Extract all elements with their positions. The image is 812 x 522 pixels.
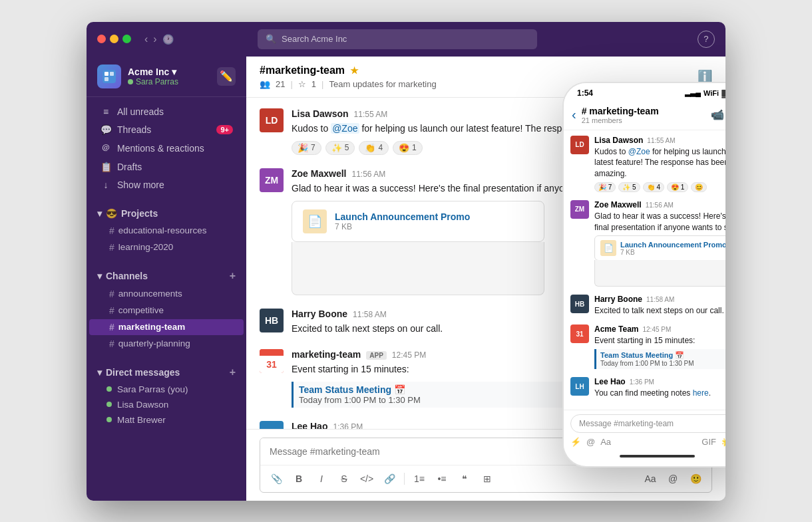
- phone-text-icon[interactable]: Aa: [600, 437, 611, 447]
- sidebar-item-threads[interactable]: 💬 Threads 9+: [89, 121, 244, 138]
- phone-input-box[interactable]: Message #marketing-team: [570, 414, 725, 433]
- add-channel-button[interactable]: +: [230, 270, 236, 282]
- sidebar-item-mentions[interactable]: ＠ Mentions & reactions: [89, 139, 244, 158]
- code-button[interactable]: </>: [357, 469, 376, 488]
- link-button[interactable]: 🔗: [380, 469, 399, 488]
- phone-msg-header: Acme Team 12:45 PM: [594, 325, 725, 334]
- back-button[interactable]: ‹: [144, 33, 148, 45]
- strikethrough-button[interactable]: S: [335, 469, 353, 488]
- traffic-lights: [97, 35, 131, 43]
- search-bar[interactable]: 🔍 Search Acme Inc: [258, 29, 537, 49]
- sidebar-item-show-more[interactable]: ↓ Show more: [89, 176, 244, 194]
- channel-item-learning[interactable]: # learning-2020: [89, 239, 244, 255]
- file-attachment: 📄 Launch Announcement Promo 7 KB: [292, 201, 544, 295]
- video-icon[interactable]: 📹: [711, 108, 724, 121]
- mention-button[interactable]: @: [664, 469, 682, 488]
- channel-item-educational[interactable]: # educational-resources: [89, 223, 244, 239]
- more-options-button[interactable]: ⊞: [478, 469, 497, 488]
- numbered-list-button[interactable]: 1≡: [410, 469, 429, 488]
- quote-button[interactable]: ❝: [455, 469, 474, 488]
- phone-msg-time: 12:45 PM: [642, 326, 671, 333]
- projects-header[interactable]: ▾ 😎 Projects: [87, 205, 246, 222]
- channels-header[interactable]: ▾ Channels +: [87, 267, 246, 285]
- minimize-button[interactable]: [110, 35, 118, 43]
- phone-reaction[interactable]: 😊: [691, 182, 707, 192]
- reaction[interactable]: ✨5: [325, 141, 355, 155]
- channel-item-quarterly[interactable]: # quarterly-planning: [89, 336, 244, 352]
- forward-button[interactable]: ›: [153, 33, 156, 45]
- bullet-list-button[interactable]: •≡: [433, 469, 451, 488]
- dm-item-sara[interactable]: Sara Parras (you): [87, 382, 246, 397]
- emoji-button[interactable]: 🙂: [686, 469, 705, 488]
- hash-icon: #: [109, 289, 114, 299]
- dm-item-matt[interactable]: Matt Brewer: [87, 412, 246, 428]
- channel-item-competitive[interactable]: # competitive: [89, 303, 244, 319]
- phone-avatar: 31: [570, 325, 589, 343]
- channel-label: learning-2020: [118, 242, 174, 252]
- dm-header[interactable]: ▾ Direct messages +: [87, 363, 246, 382]
- phone-input-actions: ⚡ @ Aa GIF 🌟 ▶: [570, 437, 725, 447]
- compose-button[interactable]: ✏️: [217, 67, 236, 86]
- phone-avatar: ZM: [570, 200, 589, 219]
- phone-reaction[interactable]: 👏 4: [643, 182, 664, 192]
- sidebar-item-all-unreads[interactable]: ≡ All unreads: [89, 103, 244, 120]
- bold-button[interactable]: B: [290, 469, 308, 488]
- channel-item-marketing[interactable]: # marketing-team: [89, 319, 244, 335]
- phone-msg-text: Kudos to @Zoe for helping us launch our …: [594, 146, 725, 180]
- chat-header-left: #marketing-team ★ 👥 21 | ☆ 1 | Team upda…: [260, 65, 437, 89]
- phone-message-row: HB Harry Boone 11:58 AM Excited to talk …: [570, 295, 725, 317]
- phone-gif-icon[interactable]: GIF: [702, 437, 716, 447]
- phone-avatar: LH: [570, 377, 589, 396]
- phone-msg-header: Zoe Maxwell 11:56 AM: [594, 200, 725, 209]
- mentions-icon: ＠: [100, 142, 112, 154]
- phone-mention-icon[interactable]: @: [586, 437, 595, 447]
- phone-reaction[interactable]: 😍 1: [667, 182, 688, 192]
- dm-item-lisa[interactable]: Lisa Dawson: [87, 397, 246, 412]
- channel-item-announcements[interactable]: # announcements: [89, 286, 244, 302]
- file-name: Launch Announcement Promo: [335, 211, 470, 222]
- text-format-button[interactable]: Aa: [641, 469, 660, 488]
- phone-msg-content: Zoe Maxwell 11:56 AM Glad to hear it was…: [594, 200, 725, 287]
- sidebar-label: Threads: [117, 124, 151, 135]
- workspace-name[interactable]: Acme Inc ▾: [128, 66, 178, 77]
- phone-file-size: 7 KB: [620, 249, 725, 256]
- add-dm-button[interactable]: +: [230, 366, 236, 378]
- file-icon: 📄: [303, 209, 327, 233]
- phone-msg-header: Lisa Dawson 11:55 AM: [594, 136, 725, 145]
- phone-lightning-icon[interactable]: ⚡: [570, 437, 581, 447]
- phone-message-row: LH Lee Hao 1:36 PM You can find meeting …: [570, 377, 725, 399]
- history-button[interactable]: 🕐: [162, 33, 174, 45]
- sidebar-label: Drafts: [117, 162, 142, 172]
- mention: @Zoe: [331, 123, 359, 134]
- channel-label: marketing-team: [118, 322, 186, 332]
- phone-file-info: Launch Announcement Promo 7 KB: [620, 241, 725, 256]
- italic-button[interactable]: I: [312, 469, 331, 488]
- sidebar-item-drafts[interactable]: 📋 Drafts: [89, 158, 244, 176]
- phone-icons: ▂▃▄ WiFi ▓▓░: [685, 88, 725, 97]
- close-button[interactable]: [97, 35, 106, 43]
- phone-sticker-icon[interactable]: 🌟: [721, 437, 725, 447]
- phone-msg-time: 11:56 AM: [646, 201, 674, 209]
- avatar: 31: [260, 349, 284, 373]
- reaction[interactable]: 🎉7: [292, 141, 321, 155]
- file-info: Launch Announcement Promo 7 KB: [335, 211, 470, 231]
- maximize-button[interactable]: [122, 35, 131, 43]
- sidebar-label: All unreads: [117, 106, 164, 117]
- phone-file-name: Launch Announcement Promo: [620, 241, 725, 249]
- phone-link[interactable]: here: [693, 388, 709, 398]
- phone-reaction[interactable]: 🎉 7: [594, 182, 616, 192]
- reaction[interactable]: 👏4: [359, 141, 389, 155]
- message-author: Lee Hao: [292, 421, 327, 429]
- back-button[interactable]: ‹: [572, 107, 576, 122]
- hash-icon: #: [109, 322, 114, 332]
- attachment-button[interactable]: 📎: [267, 469, 286, 488]
- file-card-header[interactable]: 📄 Launch Announcement Promo 7 KB: [292, 201, 544, 242]
- help-button[interactable]: ?: [698, 31, 715, 48]
- wifi-icon: WiFi: [704, 89, 719, 97]
- title-bar: ‹ › 🕐 🔍 Search Acme Inc ?: [87, 22, 725, 57]
- phone-message-row: LD Lisa Dawson 11:55 AM Kudos to @Zoe fo…: [570, 136, 725, 192]
- channel-label: quarterly-planning: [118, 338, 190, 348]
- phone-reaction[interactable]: ✨ 5: [618, 182, 640, 192]
- reaction[interactable]: 😍1: [393, 141, 423, 155]
- phone-msg-text: Excited to talk next steps on our call.: [594, 305, 725, 317]
